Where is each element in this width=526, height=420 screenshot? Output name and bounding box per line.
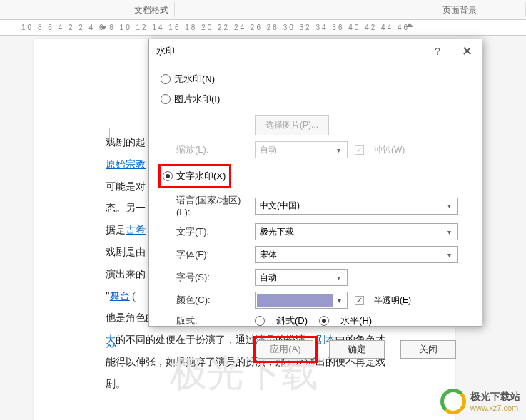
language-label: 语言(国家/地区)(L): — [176, 194, 248, 217]
ribbon-group-labels: 文档格式 页面背景 — [0, 0, 526, 20]
size-label: 字号(S): — [176, 271, 248, 284]
radio-none[interactable] — [161, 74, 171, 84]
color-preview — [257, 294, 333, 307]
radio-row-picture[interactable]: 图片水印(I) — [161, 89, 470, 109]
chevron-down-icon: ▾ — [333, 274, 344, 282]
dialog-title: 水印 — [156, 45, 423, 58]
doc-fragment: 演出来的 — [106, 269, 146, 280]
doc-wavy-underline: 大 — [106, 334, 116, 345]
doc-link[interactable]: 古希 — [126, 225, 146, 235]
close-dialog-button[interactable]: 关闭 — [400, 340, 456, 359]
radio-horizontal-label: 水平(H) — [340, 314, 372, 327]
radio-picture[interactable] — [161, 94, 171, 104]
ruler-numbers: 10 8 6 4 2 2 4 6 8 10 12 14 16 18 20 22 … — [21, 24, 410, 31]
ok-button[interactable]: 确定 — [329, 340, 385, 359]
doc-link[interactable]: 舞台 — [110, 291, 130, 302]
font-dropdown[interactable]: 宋体 ▾ — [255, 246, 458, 263]
doc-fragment: 戏剧是由 — [106, 247, 146, 257]
select-picture-button[interactable]: 选择图片(P)... — [255, 115, 329, 135]
ribbon-label-pagebg: 页面背景 — [437, 0, 482, 19]
layout-label: 版式: — [176, 314, 248, 327]
semitransparent-label: 半透明(E) — [374, 294, 411, 307]
ruler-right-margin-marker[interactable] — [406, 23, 413, 27]
picture-options: 选择图片(P)... 缩放(L): 自动 ▾ 冲蚀(W) — [176, 115, 470, 158]
doc-fragment: 据是 — [106, 225, 126, 235]
doc-fragment: 可能是对 — [106, 181, 146, 192]
chevron-down-icon: ▾ — [443, 228, 455, 236]
washout-checkbox[interactable] — [355, 145, 364, 155]
language-value: 中文(中国) — [260, 200, 443, 212]
horizontal-ruler[interactable]: 10 8 6 4 2 2 4 6 8 10 12 14 16 18 20 22 … — [0, 20, 526, 36]
washout-label: 冲蚀(W) — [374, 144, 405, 156]
help-button[interactable]: ? — [423, 39, 452, 63]
site-logo: 极光下载站 www.xz7.com — [440, 389, 520, 414]
apply-button[interactable]: 应用(A) — [258, 340, 313, 359]
size-value: 自动 — [260, 272, 333, 284]
semitransparent-checkbox[interactable] — [355, 296, 364, 305]
chevron-down-icon: ▾ — [443, 251, 455, 259]
doc-link[interactable]: 原始宗教 — [106, 159, 146, 170]
ruler-indent-marker[interactable] — [100, 26, 107, 30]
dialog-body: 无水印(N) 图片水印(I) 选择图片(P)... 缩放(L): 自动 ▾ 冲蚀… — [149, 63, 482, 367]
scale-value: 自动 — [260, 144, 333, 156]
logo-url: www.xz7.com — [470, 404, 520, 412]
doc-fragment: ( — [130, 291, 136, 302]
dialog-button-row: 应用(A) 确定 关闭 — [161, 340, 470, 359]
ribbon-label-docformat: 文档格式 — [128, 0, 174, 19]
doc-fragment: 态。另一 — [106, 203, 146, 213]
font-label: 字体(F): — [176, 248, 248, 261]
size-dropdown[interactable]: 自动 ▾ — [255, 269, 348, 286]
text-cursor — [109, 128, 120, 144]
radio-horizontal[interactable] — [319, 316, 329, 326]
layout-radios: 斜式(D) 水平(H) — [255, 314, 372, 327]
radio-text-label: 文字水印(X) — [176, 170, 226, 183]
watermark-dialog: 水印 ? ✕ 无水印(N) 图片水印(I) 选择图片(P)... 缩放(L): … — [148, 39, 482, 327]
radio-diagonal-label: 斜式(D) — [276, 314, 308, 327]
scale-label: 缩放(L): — [176, 143, 248, 156]
text-dropdown[interactable]: 极光下载 ▾ — [255, 223, 458, 240]
close-button[interactable]: ✕ — [452, 39, 482, 63]
radio-diagonal[interactable] — [255, 316, 265, 326]
chevron-down-icon: ▾ — [443, 202, 455, 210]
color-dropdown[interactable]: ▾ — [255, 292, 348, 309]
doc-fragment: 剧。 — [106, 379, 126, 389]
scale-dropdown[interactable]: 自动 ▾ — [255, 141, 348, 158]
chevron-down-icon: ▾ — [333, 297, 345, 304]
font-value: 宋体 — [260, 249, 443, 261]
radio-row-none[interactable]: 无水印(N) — [161, 69, 470, 89]
logo-icon — [440, 389, 466, 414]
radio-picture-label: 图片水印(I) — [174, 93, 220, 106]
text-value: 极光下载 — [260, 226, 443, 238]
ribbon-separator — [174, 2, 175, 17]
language-dropdown[interactable]: 中文(中国) ▾ — [255, 198, 458, 215]
text-options: 语言(国家/地区)(L): 中文(中国) ▾ 文字(T): 极光下载 ▾ 字体(… — [176, 194, 470, 327]
chevron-down-icon: ▾ — [333, 146, 344, 154]
radio-text[interactable] — [163, 171, 173, 181]
dialog-titlebar[interactable]: 水印 ? ✕ — [149, 39, 482, 63]
text-label: 文字(T): — [176, 225, 248, 238]
logo-title: 极光下载站 — [470, 391, 520, 404]
radio-none-label: 无水印(N) — [174, 73, 215, 86]
color-label: 颜色(C): — [176, 294, 248, 307]
radio-row-text[interactable]: 文字水印(X) — [158, 164, 231, 188]
